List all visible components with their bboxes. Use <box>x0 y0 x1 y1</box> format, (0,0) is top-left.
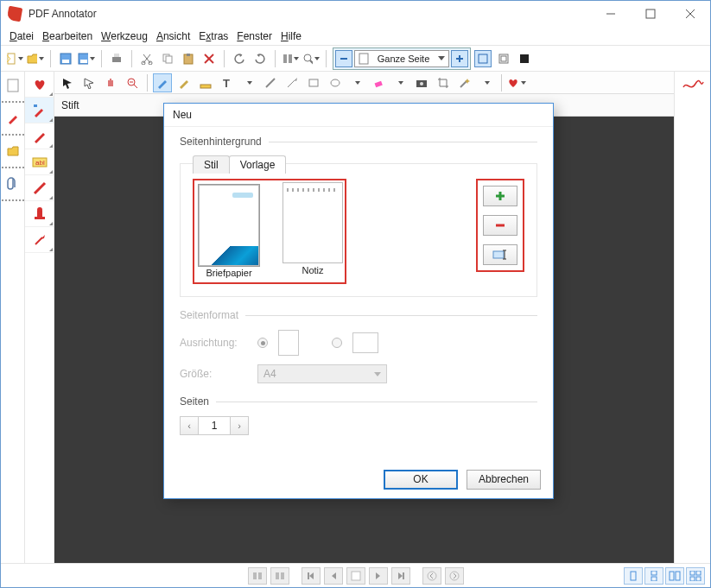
tool-crop-icon[interactable] <box>434 73 453 92</box>
section-background: Seitenhintergrund Stil Vorlage <box>180 136 537 297</box>
template-remove-button[interactable] <box>483 215 517 236</box>
fit-page-button[interactable] <box>495 50 512 67</box>
menu-window[interactable]: Fenster <box>237 30 272 42</box>
nav-back-button[interactable] <box>422 567 441 585</box>
close-button[interactable] <box>670 1 710 27</box>
menu-view[interactable]: Ansicht <box>156 30 190 42</box>
tool-pen-edit-icon[interactable] <box>25 98 54 123</box>
template-rename-button[interactable] <box>483 244 517 265</box>
toolbar-delete-button[interactable] <box>200 50 218 67</box>
toolbar-print-button[interactable] <box>108 50 125 67</box>
toolbar-saveas-button[interactable] <box>78 50 95 67</box>
fullscreen-button[interactable] <box>516 50 533 67</box>
tool-cursor-icon[interactable] <box>58 73 77 92</box>
status-book-right-icon[interactable] <box>270 567 289 585</box>
menu-tool[interactable]: Werkzeug <box>101 30 148 42</box>
toolbar-new-button[interactable] <box>6 50 23 67</box>
tool-arrow-icon[interactable] <box>25 227 54 253</box>
svg-rect-63 <box>651 577 657 581</box>
menu-file[interactable]: Datei <box>10 30 34 42</box>
tool-more3-button[interactable] <box>390 73 409 92</box>
tool-select-icon[interactable] <box>79 73 98 92</box>
toolbar-undo-button[interactable] <box>231 50 248 67</box>
tool-rect-icon[interactable] <box>304 73 323 92</box>
svg-rect-62 <box>651 571 657 575</box>
status-book-left-icon[interactable] <box>248 567 267 585</box>
nav-first-button[interactable] <box>302 567 321 585</box>
view-two-page-icon[interactable] <box>665 567 684 585</box>
view-single-icon[interactable] <box>624 567 643 585</box>
nav-prev-button[interactable] <box>324 567 343 585</box>
tool-more2-button[interactable] <box>347 73 366 92</box>
tool-pan-icon[interactable] <box>101 73 120 92</box>
maximize-button[interactable] <box>631 1 670 27</box>
template-add-button[interactable] <box>483 186 517 206</box>
zoom-in-button[interactable] <box>451 50 468 67</box>
ok-button[interactable]: OK <box>384 470 458 490</box>
tool-pencil-icon[interactable] <box>175 73 194 92</box>
toolbar-save-button[interactable] <box>57 50 74 67</box>
page-count-increment[interactable]: › <box>230 416 249 435</box>
toolbar-open-button[interactable] <box>27 50 44 67</box>
tool-heart-icon[interactable] <box>25 72 54 98</box>
tool-arrow2-icon[interactable] <box>282 73 302 92</box>
menu-edit[interactable]: Bearbeiten <box>42 30 92 42</box>
toolbar-find-button[interactable] <box>282 50 299 67</box>
template-caption: Notiz <box>302 265 323 275</box>
page-count-decrement[interactable]: ‹ <box>180 416 199 435</box>
tool-more1-button[interactable] <box>239 73 258 92</box>
cancel-button[interactable]: Abbrechen <box>467 470 541 490</box>
toolbar-search-button[interactable] <box>302 50 320 67</box>
tab-template[interactable]: Vorlage <box>229 155 287 174</box>
nav-next-button[interactable] <box>369 567 388 585</box>
tool-eraser-icon[interactable] <box>369 73 388 92</box>
view-two-continuous-icon[interactable] <box>686 567 705 585</box>
section-pages-header: Seiten <box>180 395 537 408</box>
tool-measure-icon[interactable] <box>196 73 215 92</box>
tool-pen-red-icon[interactable] <box>25 123 54 149</box>
nav-page-field[interactable] <box>346 567 365 585</box>
tool-palette: abl <box>25 72 54 563</box>
svg-rect-49 <box>375 80 383 86</box>
tool-more4-button[interactable] <box>477 73 496 92</box>
toolbar-paste-button[interactable] <box>180 50 197 67</box>
zoom-select[interactable]: Ganze Seite <box>354 50 449 67</box>
svg-rect-1 <box>646 9 655 18</box>
svg-line-35 <box>35 183 45 193</box>
tool-pen-active-icon[interactable] <box>153 73 172 92</box>
toolbar-redo-button[interactable] <box>251 50 269 67</box>
tool-textbox-icon[interactable]: abl <box>25 149 54 175</box>
tool-stamp-icon[interactable] <box>25 201 54 227</box>
menu-extra[interactable]: Extras <box>199 30 228 42</box>
fit-width-button[interactable] <box>474 50 492 67</box>
panel-tab-folder-icon[interactable] <box>4 142 22 160</box>
tool-zoom-out-icon[interactable] <box>123 73 142 92</box>
size-row: Größe: A4 <box>180 364 537 383</box>
section-pages-label: Seiten <box>180 395 209 408</box>
nav-forward-button[interactable] <box>445 567 464 585</box>
tool-wand-icon[interactable] <box>455 73 474 92</box>
panel-tab-pen-icon[interactable] <box>4 110 22 127</box>
tool-line-icon[interactable] <box>25 175 54 201</box>
separator <box>2 101 24 103</box>
tool-favorites-icon[interactable] <box>507 73 526 92</box>
zoom-out-button[interactable] <box>335 50 352 67</box>
toolbar-cut-button[interactable] <box>138 50 156 67</box>
nav-last-button[interactable] <box>391 567 410 585</box>
svg-rect-9 <box>112 57 121 62</box>
panel-tab-page-icon[interactable] <box>4 77 22 94</box>
tool-ellipse-icon[interactable] <box>326 73 345 92</box>
template-item-notiz[interactable]: Notiz <box>282 182 343 281</box>
tool-camera-icon[interactable] <box>412 73 431 92</box>
page-count-value[interactable]: 1 <box>199 416 230 435</box>
tool-line2-icon[interactable] <box>261 73 280 92</box>
tool-text-icon[interactable]: T <box>218 73 237 92</box>
template-item-briefpapier[interactable]: Briefpapier <box>196 182 262 281</box>
view-continuous-icon[interactable] <box>644 567 663 585</box>
minimize-button[interactable] <box>591 1 631 27</box>
menu-help[interactable]: Hilfe <box>281 30 302 42</box>
toolbar-copy-button[interactable] <box>159 50 176 67</box>
panel-tab-attachment-icon[interactable] <box>4 175 22 193</box>
svg-rect-32 <box>34 104 37 107</box>
tab-style[interactable]: Stil <box>193 155 230 174</box>
